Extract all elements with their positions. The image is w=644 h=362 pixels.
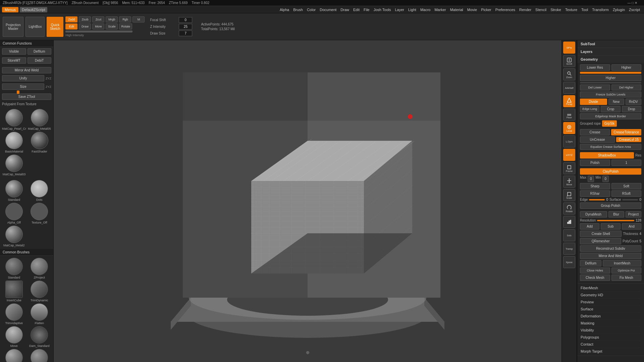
local-icon-button[interactable]: Local	[563, 122, 575, 134]
divide-button[interactable]: Divide	[580, 99, 607, 105]
mat-basic[interactable]: BasicMaterial	[2, 132, 26, 153]
mirror-weld-button[interactable]: Mirror And Weld	[2, 67, 51, 73]
poll-icon-button[interactable]	[563, 216, 575, 228]
menu-item-render[interactable]: Render	[517, 7, 533, 12]
edge-long-button[interactable]: Edge Long	[580, 106, 599, 112]
draw-size-value[interactable]: 7	[179, 31, 192, 36]
zoom-icon-button[interactable]: Zoom	[563, 68, 575, 80]
center-canvas[interactable]: ⊕	[54, 40, 561, 362]
deformation-item[interactable]: Deformation	[581, 313, 641, 320]
higher-res-button-2[interactable]: Higher	[580, 75, 641, 81]
menu-item-stroke[interactable]: Stroke	[548, 7, 563, 12]
alpha-dots[interactable]: Dots	[28, 180, 52, 201]
geometry-hd-item[interactable]: Geometry HD	[581, 292, 641, 299]
menu-item-document[interactable]: Document	[318, 7, 338, 12]
brush-dam-standard[interactable]: Dam_Standard	[28, 326, 52, 348]
crease-tolerance-button[interactable]: CreaseTolerance	[611, 129, 641, 135]
preview-item[interactable]: Preview	[581, 299, 641, 306]
brush-flatten[interactable]: Flatten	[28, 303, 52, 325]
more-button[interactable]: More	[92, 23, 104, 29]
soft-button[interactable]: Soft	[611, 183, 642, 189]
brush-softconcrete[interactable]: SoftConcrete	[28, 349, 52, 362]
brush-zproject[interactable]: ZProject	[28, 258, 52, 279]
visible-button[interactable]: Visible	[2, 48, 26, 55]
draw-button[interactable]: Draw	[79, 23, 91, 29]
lightbox-button[interactable]: LightBox	[25, 17, 45, 37]
brush-move[interactable]: Move	[2, 326, 26, 348]
rndv-button[interactable]: RnDV	[626, 99, 641, 105]
size-button[interactable]: Size	[2, 83, 44, 90]
scroll-icon-button[interactable]: Scroll	[563, 55, 575, 67]
floor-icon-button[interactable]: Floor	[563, 109, 575, 121]
mat-fast[interactable]: FastShader	[28, 132, 51, 153]
brush-insertcube[interactable]: InsertCube	[2, 281, 26, 302]
persp-icon-button[interactable]: Persp	[563, 95, 575, 107]
del-higher-button[interactable]: Del Higher	[611, 84, 642, 90]
mat-matcap-pearl[interactable]: MatCap_Pearl_Cr	[2, 109, 26, 130]
alpha-standard[interactable]: Standard	[2, 180, 26, 201]
brush-trimadaptive[interactable]: TrimAdaptive	[2, 303, 26, 325]
quick-sketch-button[interactable]: Quick Sketch	[47, 17, 63, 37]
res-slider-bar[interactable]	[580, 72, 641, 74]
edgeloop-mask-border-button[interactable]: Edgeloop Mask Border	[580, 113, 641, 119]
rotate-button[interactable]: Rotate	[119, 23, 132, 29]
project-button[interactable]: Project	[626, 211, 641, 218]
edit-button[interactable]: Edit	[65, 23, 77, 29]
check-mesh-button[interactable]: Check Mesh	[580, 275, 610, 281]
menu-item-color[interactable]: Color	[305, 7, 318, 12]
surface-slider[interactable]	[622, 199, 638, 200]
menu-item-preferences[interactable]: Preferences	[493, 7, 517, 12]
del-lower-button[interactable]: Del Lower	[580, 84, 610, 90]
shadowbox-button[interactable]: ShadowBox	[580, 152, 634, 159]
focal-shift-value[interactable]: 0	[179, 17, 192, 23]
save-ztool-button[interactable]: Save ZTool	[2, 94, 51, 100]
sharp-button[interactable]: Sharp	[580, 183, 610, 189]
new-button[interactable]: New	[608, 99, 624, 105]
grpslk-button[interactable]: GrpSlk	[602, 120, 617, 127]
create-shell-button[interactable]: Create Shell	[580, 231, 622, 237]
menu-item-brush[interactable]: Brush	[291, 7, 305, 12]
close-holes-button[interactable]: Close Holes	[580, 267, 610, 274]
dynamesh-button[interactable]: DynaMesh	[580, 211, 607, 218]
menu-item-stencil[interactable]: Stencil	[533, 7, 548, 12]
mrgb-button[interactable]: Mrgb	[106, 16, 118, 22]
menu-item-texture[interactable]: Texture	[563, 7, 579, 12]
debit-button[interactable]: DebiT	[28, 57, 52, 64]
mat-matcap-metal03[interactable]: MatCap_Metal03	[2, 155, 26, 176]
crease-lvl-value[interactable]: CreaseLvl 15	[616, 137, 641, 142]
menu-item-zplugin[interactable]: Zplugin	[611, 7, 627, 12]
unify-button[interactable]: Unify	[2, 75, 44, 81]
group-polish-button[interactable]: Group Polish	[580, 202, 641, 209]
and-button[interactable]: And	[622, 223, 641, 230]
ldym-icon-button[interactable]: L.Dym	[563, 135, 575, 147]
menu-item-alpha[interactable]: Alpha	[278, 7, 291, 12]
defilum-right-button[interactable]: Defilum	[580, 260, 601, 266]
solo-icon-button[interactable]: Solo	[563, 229, 575, 241]
z-intensity-value[interactable]: 25	[179, 24, 192, 29]
min-value[interactable]: 0	[602, 176, 609, 182]
lower-res-button[interactable]: Lower Res	[580, 64, 610, 71]
higher-res-button-1[interactable]: Higher	[611, 64, 642, 71]
polish-value-button[interactable]: 1	[611, 160, 642, 166]
common-brushes-title[interactable]: Common Brushes	[0, 249, 53, 256]
storemt-button[interactable]: StoreMT	[2, 57, 26, 64]
resolution-slider[interactable]	[597, 220, 634, 221]
rgb-button[interactable]: Rgb	[119, 16, 131, 22]
scale-button[interactable]: Scale	[106, 23, 118, 29]
max-value[interactable]: 0	[588, 176, 594, 182]
morph-target-item[interactable]: Morph Target	[581, 348, 641, 355]
add-button[interactable]: Add	[580, 223, 599, 230]
aahalf-icon-button[interactable]: AAHalf	[563, 82, 575, 94]
menu-item-material[interactable]: Material	[448, 7, 465, 12]
polygroups-item[interactable]: Polygroups	[581, 334, 641, 341]
zadd-button[interactable]: Zadd	[65, 16, 77, 22]
sub-button[interactable]: Sub	[601, 223, 620, 230]
qremesher-button[interactable]: QRemesher	[580, 238, 621, 244]
menu-item-josh tools[interactable]: Josh Tools	[372, 7, 393, 12]
optimize-poi-button[interactable]: Optimize Poi	[611, 267, 642, 274]
scale-icon-button[interactable]: Scale	[563, 189, 575, 201]
geometry-title[interactable]: Geometry	[577, 56, 644, 63]
menu-item-edit[interactable]: Edit	[351, 7, 362, 12]
texture-off[interactable]: Texture_Off	[28, 203, 52, 224]
zcut-button[interactable]: Zcut	[92, 16, 104, 22]
